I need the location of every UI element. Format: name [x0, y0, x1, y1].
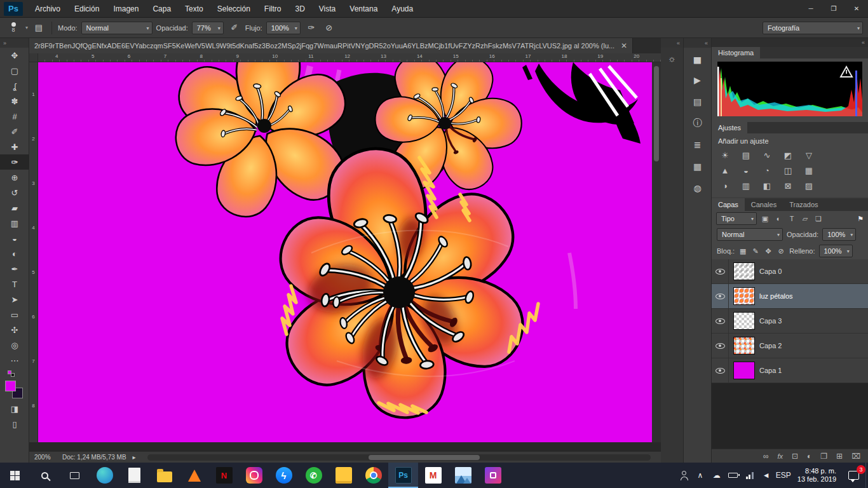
restore-button[interactable]: ❐ [822, 0, 845, 18]
menu-edicion[interactable]: Edición [67, 0, 106, 18]
taskbar-file-explorer[interactable] [149, 463, 179, 488]
tab-capas[interactable]: Capas [712, 198, 745, 211]
histogram-tab[interactable]: Histograma [712, 47, 760, 58]
properties-dock-icon[interactable]: ≣ [684, 134, 711, 156]
tab-close-icon[interactable]: ✕ [621, 41, 627, 50]
pressure-opacity-icon[interactable]: ✐ [227, 21, 241, 35]
libraries-dock-icon[interactable]: ▤ [684, 91, 711, 112]
vertical-scrollbar-thumb[interactable] [654, 66, 659, 161]
layer-row-capa3[interactable]: Capa 3 [712, 309, 868, 334]
brush-preset-caret-icon[interactable]: ▾ [25, 25, 28, 30]
edit-toolbar-button[interactable]: ⋯ [0, 353, 29, 368]
menu-texto[interactable]: Texto [178, 0, 210, 18]
layer-thumbnail[interactable] [733, 312, 755, 330]
curves-icon[interactable]: ∿ [760, 151, 774, 160]
task-view-button[interactable] [60, 463, 90, 488]
quick-mask-button[interactable]: ◨ [0, 401, 29, 416]
layer-opacity-select[interactable]: 100% [822, 228, 856, 241]
menu-capa[interactable]: Capa [146, 0, 178, 18]
dodge-tool[interactable]: ◐ [0, 246, 29, 261]
menu-ayuda[interactable]: Ayuda [384, 0, 420, 18]
quick-selection-tool[interactable]: ✽ [0, 93, 29, 109]
menu-ventana[interactable]: Ventana [342, 0, 384, 18]
layer-visibility-toggle[interactable] [712, 334, 729, 358]
vertical-scrollbar[interactable] [652, 62, 661, 442]
channel-mixer-icon[interactable]: ◫ [781, 166, 795, 175]
brush-tool[interactable]: ✑ [0, 154, 29, 170]
network-button[interactable] [742, 463, 758, 488]
taskbar-vlc[interactable] [179, 463, 209, 488]
filter-adjustment-icon[interactable]: ◐ [773, 215, 783, 222]
hand-tool[interactable]: ✣ [0, 322, 29, 337]
status-arrow-icon[interactable]: ▸ [133, 454, 136, 461]
menu-imagen[interactable]: Imagen [106, 0, 146, 18]
close-button[interactable]: ✕ [845, 0, 868, 18]
layer-thumbnail[interactable] [733, 337, 755, 355]
toggle-brush-panel-icon[interactable]: ▤ [32, 21, 46, 35]
layer-blend-mode-select[interactable]: Normal [717, 228, 783, 241]
levels-icon[interactable]: ▤ [739, 151, 753, 160]
flow-select[interactable]: 100% [266, 22, 301, 34]
language-button[interactable]: ESP [775, 463, 792, 488]
crop-tool[interactable]: # [0, 109, 29, 124]
photo-filter-icon[interactable]: ◔ [760, 166, 774, 175]
3d-dock-icon[interactable]: ◍ [684, 177, 711, 199]
threshold-icon[interactable]: ◧ [760, 181, 774, 191]
search-button[interactable] [30, 463, 60, 488]
link-layers-icon[interactable]: ∞ [763, 452, 769, 461]
lock-position-icon[interactable]: ✥ [764, 247, 773, 255]
gradient-map-icon[interactable]: ▨ [802, 181, 816, 191]
horizontal-scrollbar-thumb[interactable] [369, 455, 479, 460]
path-selection-tool[interactable]: ➤ [0, 292, 29, 307]
new-layer-icon[interactable]: ⊞ [836, 452, 843, 461]
hidden-icons-button[interactable]: ∧ [692, 463, 709, 488]
adjustment-layer-icon[interactable]: ◐ [807, 452, 811, 461]
taskbar-photoshop[interactable]: Ps [388, 463, 418, 488]
workspace-select[interactable]: Fotografía [763, 22, 863, 34]
foreground-color-swatch[interactable] [5, 381, 16, 391]
canvas[interactable] [38, 62, 652, 442]
camera-raw-dock-icon[interactable]: ☼ [661, 48, 683, 69]
onedrive-button[interactable]: ☁ [709, 463, 725, 488]
info-dock-icon[interactable]: ⓘ [684, 112, 711, 134]
show-desktop-button[interactable] [865, 463, 868, 488]
taskbar-photos[interactable] [448, 463, 478, 488]
taskbar-messenger[interactable]: ϟ [269, 463, 299, 488]
color-lookup-icon[interactable]: ▦ [802, 166, 816, 175]
taskbar-gmail[interactable]: M [418, 463, 448, 488]
menu-vista[interactable]: Vista [312, 0, 342, 18]
lock-transparency-icon[interactable]: ▦ [738, 247, 747, 255]
layer-visibility-toggle[interactable] [712, 284, 729, 308]
eraser-tool[interactable]: ▰ [0, 200, 29, 215]
minimize-button[interactable]: ─ [799, 0, 822, 18]
brush-preset-picker[interactable]: 8 [5, 22, 22, 33]
dock-a-collapse[interactable]: « [661, 38, 683, 48]
filter-toggle-icon[interactable]: ⚑ [857, 215, 864, 223]
vibrance-icon[interactable]: ▲ [718, 166, 732, 175]
filter-smart-object-icon[interactable]: ❏ [813, 215, 824, 223]
blur-tool[interactable]: ◒ [0, 231, 29, 246]
healing-brush-tool[interactable]: ✚ [0, 139, 29, 154]
layer-row-capa0[interactable]: Capa 0 [712, 259, 868, 284]
navigator-dock-icon[interactable]: ▦ [684, 156, 711, 177]
adjustments-tab[interactable]: Ajustes [712, 122, 747, 133]
tab-trazados[interactable]: Trazados [783, 198, 824, 211]
pen-tool[interactable]: ✒ [0, 261, 29, 276]
layer-group-icon[interactable]: ❐ [820, 452, 827, 461]
taskbar-notes-app[interactable] [329, 463, 358, 488]
menu-archivo[interactable]: Archivo [28, 0, 67, 18]
menu-filtro[interactable]: Filtro [257, 0, 288, 18]
exposure-icon[interactable]: ◩ [781, 151, 795, 160]
zoom-level-field[interactable]: 200% [34, 454, 56, 461]
eyedropper-tool[interactable]: ✐ [0, 124, 29, 139]
layer-fill-select[interactable]: 100% [819, 245, 853, 257]
brightness-contrast-icon[interactable]: ☀ [718, 151, 732, 160]
horizontal-scrollbar[interactable] [147, 454, 651, 461]
layer-thumbnail[interactable] [733, 287, 755, 305]
taskbar-chrome[interactable] [358, 463, 388, 488]
more-adjustments-icon[interactable]: ▽ [802, 151, 816, 160]
delete-layer-icon[interactable]: ⌧ [851, 452, 860, 461]
taskbar-netflix[interactable]: N [209, 463, 239, 488]
filter-pixel-icon[interactable]: ▣ [760, 215, 770, 223]
menu-3d[interactable]: 3D [288, 0, 311, 18]
